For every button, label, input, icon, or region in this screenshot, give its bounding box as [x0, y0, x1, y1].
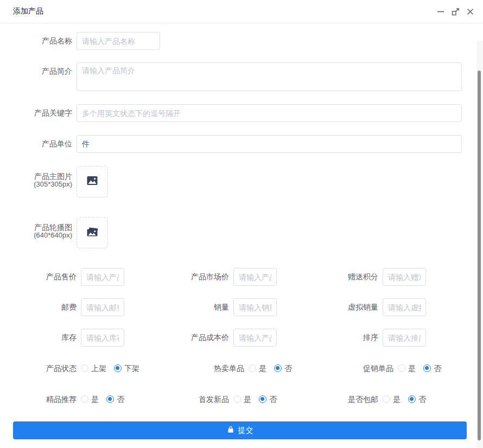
- market-price-input[interactable]: [233, 268, 277, 286]
- radio-no[interactable]: 否: [274, 363, 292, 374]
- radio-yes[interactable]: 是: [233, 394, 251, 405]
- field-product-intro: 产品简介: [0, 62, 483, 91]
- minimize-icon[interactable]: [436, 7, 445, 16]
- radio-circle-icon[interactable]: [249, 364, 256, 372]
- field-sale-price: 产品售价: [0, 268, 124, 286]
- radio-no[interactable]: 否: [259, 394, 277, 405]
- gift-points-label: 赠送积分: [277, 268, 383, 286]
- radio-circle-icon[interactable]: [81, 395, 88, 403]
- field-product-status: 产品状态 上架 下架: [0, 363, 139, 374]
- product-keywords-input[interactable]: [77, 104, 462, 122]
- scrollbar-track[interactable]: [476, 41, 483, 448]
- radio-on-shelf[interactable]: 上架: [81, 363, 106, 374]
- field-gift-points: 赠送积分: [277, 268, 426, 286]
- product-keywords-label: 产品关键字: [0, 104, 77, 122]
- field-product-unit: 产品单位: [0, 135, 483, 153]
- field-free-shipping: 是否包邮 是 否: [277, 394, 426, 405]
- price-row: 产品售价 产品市场价 赠送积分: [0, 268, 483, 286]
- promo-item-label: 促销单品: [292, 363, 398, 374]
- radio-circle-icon[interactable]: [106, 395, 114, 403]
- stock-label: 库存: [0, 329, 81, 347]
- sort-input[interactable]: [383, 329, 426, 347]
- dialog-titlebar: 添加产品: [0, 0, 483, 23]
- promo-item-radios: 是 否: [398, 363, 441, 374]
- boutique-radios: 是 否: [81, 394, 124, 405]
- bag-icon: [227, 426, 234, 435]
- cost-price-input[interactable]: [233, 329, 277, 347]
- sort-label: 排序: [277, 329, 383, 347]
- radio-circle-icon[interactable]: [274, 364, 282, 372]
- field-stock: 库存: [0, 329, 124, 347]
- market-price-label: 产品市场价: [124, 268, 233, 286]
- window-controls: [436, 7, 474, 16]
- submit-button[interactable]: 提交: [13, 421, 467, 439]
- radio-no[interactable]: 否: [423, 363, 441, 374]
- product-intro-label: 产品简介: [0, 62, 77, 80]
- field-product-keywords: 产品关键字: [0, 104, 483, 122]
- radio-yes[interactable]: 是: [81, 394, 99, 405]
- radio-circle-icon[interactable]: [383, 395, 390, 403]
- status-row: 产品状态 上架 下架 热卖单品 是: [0, 363, 483, 374]
- cost-price-label: 产品成本价: [124, 329, 233, 347]
- radio-circle-icon[interactable]: [114, 364, 122, 372]
- field-hot-item: 热卖单品 是 否: [139, 363, 292, 374]
- radio-circle-icon[interactable]: [423, 364, 431, 372]
- radio-off-shelf[interactable]: 下架: [114, 363, 139, 374]
- boutique-label: 精品推荐: [0, 394, 81, 405]
- field-virtual-sales: 虚拟销量: [277, 298, 426, 316]
- product-name-label: 产品名称: [0, 32, 77, 50]
- field-market-price: 产品市场价: [124, 268, 277, 286]
- postage-row: 邮费 销量 虚拟销量: [0, 298, 483, 316]
- field-sort: 排序: [277, 329, 426, 347]
- radio-yes[interactable]: 是: [249, 363, 266, 374]
- field-boutique: 精品推荐 是 否: [0, 394, 124, 405]
- stock-input[interactable]: [81, 329, 124, 347]
- stock-row: 库存 产品成本价 排序: [0, 329, 483, 347]
- product-unit-label: 产品单位: [0, 135, 77, 153]
- radio-circle-icon[interactable]: [233, 395, 241, 403]
- image-icon: [86, 174, 99, 189]
- recommend-row: 精品推荐 是 否 首发新品 是: [0, 394, 483, 405]
- free-shipping-label: 是否包邮: [277, 394, 383, 405]
- product-status-radios: 上架 下架: [81, 363, 139, 374]
- field-main-image: 产品主图片 (305*305px): [0, 166, 483, 197]
- radio-circle-icon[interactable]: [81, 364, 88, 372]
- radio-no[interactable]: 否: [106, 394, 124, 405]
- radio-circle-icon[interactable]: [259, 395, 266, 403]
- radio-circle-icon[interactable]: [408, 395, 416, 403]
- virtual-sales-input[interactable]: [383, 298, 426, 316]
- hot-item-radios: 是 否: [249, 363, 292, 374]
- sale-price-label: 产品售价: [0, 268, 81, 286]
- images-icon: [86, 225, 99, 240]
- scrollbar-thumb[interactable]: [478, 71, 481, 440]
- dialog-title: 添加产品: [13, 7, 43, 16]
- close-icon[interactable]: [466, 7, 474, 16]
- product-name-input[interactable]: [77, 32, 160, 50]
- first-new-label: 首发新品: [124, 394, 233, 405]
- carousel-image-label: 产品轮播图 (640*640px): [0, 217, 77, 239]
- radio-no[interactable]: 否: [408, 394, 426, 405]
- sales-label: 销量: [124, 298, 233, 316]
- postage-label: 邮费: [0, 298, 81, 316]
- maximize-icon[interactable]: [451, 7, 460, 16]
- product-unit-input[interactable]: [77, 135, 462, 153]
- radio-circle-icon[interactable]: [398, 364, 405, 372]
- gift-points-input[interactable]: [383, 268, 426, 286]
- sales-input[interactable]: [233, 298, 277, 316]
- field-first-new: 首发新品 是 否: [124, 394, 277, 405]
- product-intro-textarea[interactable]: [77, 62, 462, 91]
- submit-label: 提交: [238, 426, 253, 436]
- field-promo-item: 促销单品 是 否: [292, 363, 441, 374]
- postage-input[interactable]: [81, 298, 124, 316]
- field-postage: 邮费: [0, 298, 124, 316]
- hot-item-label: 热卖单品: [139, 363, 249, 374]
- main-image-upload[interactable]: [77, 166, 108, 197]
- radio-yes[interactable]: 是: [398, 363, 416, 374]
- add-product-form: 产品名称 产品简介 产品关键字 产品单位 产品主图片 (305*305px): [0, 23, 483, 439]
- carousel-image-upload[interactable]: [77, 217, 108, 248]
- sale-price-input[interactable]: [81, 268, 124, 286]
- radio-yes[interactable]: 是: [383, 394, 401, 405]
- main-image-label: 产品主图片 (305*305px): [0, 166, 77, 188]
- field-cost-price: 产品成本价: [124, 329, 277, 347]
- field-carousel-image: 产品轮播图 (640*640px): [0, 217, 483, 248]
